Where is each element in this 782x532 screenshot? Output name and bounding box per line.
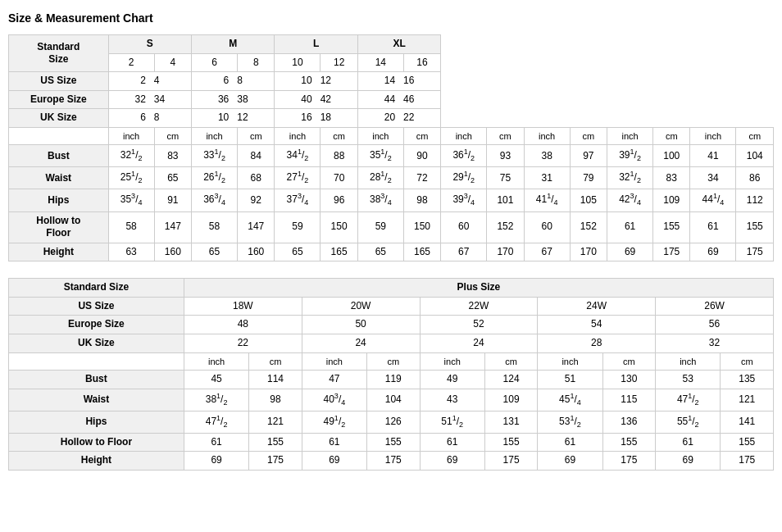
unit-inch-4: inch: [357, 127, 403, 144]
m-header: M: [192, 35, 275, 54]
s-header: S: [108, 35, 191, 54]
p-inch-5: inch: [656, 352, 721, 370]
plus-size-header: Plus Size: [184, 279, 773, 298]
europe-size-label-2: Europe Size: [9, 316, 184, 334]
unit-cm-7: cm: [653, 127, 690, 144]
uk-size-label: UK Size: [9, 109, 109, 128]
xl-val1: 14: [357, 53, 403, 72]
xl-val2: 16: [403, 53, 440, 72]
p-inch-4: inch: [538, 352, 602, 370]
p-inch-2: inch: [302, 352, 366, 370]
bust-label-2: Bust: [9, 370, 184, 389]
unit-cm-6: cm: [570, 127, 607, 144]
p-inch-3: inch: [420, 352, 484, 370]
unit-label-empty: [9, 127, 109, 144]
s-val1: 2: [108, 53, 154, 72]
unit-cm-3: cm: [321, 127, 357, 144]
unit-cm-1: cm: [154, 127, 191, 144]
unit-inch-7: inch: [607, 127, 653, 144]
l-val2: 12: [321, 53, 357, 72]
p-inch-1: inch: [184, 352, 248, 370]
hollow-to-floor-label-2: Hollow to Floor: [9, 433, 184, 452]
unit-cm-5: cm: [487, 127, 524, 144]
uk-size-label-2: UK Size: [9, 334, 184, 353]
size-chart-table-1: StandardSize S M L XL 2 4 6 8 10 12 14 1…: [8, 34, 774, 261]
p-cm-3: cm: [484, 352, 537, 370]
p-cm-2: cm: [367, 352, 420, 370]
europe-size-label: Europe Size: [9, 90, 109, 109]
unit-cm-4: cm: [403, 127, 440, 144]
standard-size-header-2: Standard Size: [9, 279, 184, 298]
p-cm-5: cm: [721, 352, 774, 370]
unit-cm-2: cm: [238, 127, 275, 144]
m-val2: 8: [238, 53, 275, 72]
p-cm-4: cm: [602, 352, 655, 370]
s-val2: 4: [154, 53, 191, 72]
us-size-label: US Size: [9, 72, 109, 91]
l-val1: 10: [275, 53, 321, 72]
unit-cm-8: cm: [736, 127, 774, 144]
p-cm-1: cm: [249, 352, 302, 370]
size-chart-table-2: Standard Size Plus Size US Size 18W 20W …: [8, 278, 774, 471]
m-val1: 6: [192, 53, 238, 72]
height-label-2: Height: [9, 452, 184, 471]
height-label: Height: [9, 243, 109, 261]
unit-inch-1: inch: [108, 127, 154, 144]
unit-inch-5: inch: [441, 127, 487, 144]
bust-label: Bust: [9, 145, 109, 167]
unit-inch-6: inch: [524, 127, 570, 144]
l-header: L: [275, 35, 357, 54]
unit-inch-8: inch: [690, 127, 736, 144]
hollow-to-floor-label: Hollow toFloor: [9, 211, 109, 243]
waist-label-2: Waist: [9, 389, 184, 411]
us-size-label-2: US Size: [9, 297, 184, 316]
hips-label: Hips: [9, 189, 109, 211]
unit-empty-2: [9, 352, 184, 370]
hips-label-2: Hips: [9, 411, 184, 433]
xl-header: XL: [357, 35, 440, 54]
unit-inch-2: inch: [192, 127, 238, 144]
unit-inch-3: inch: [275, 127, 321, 144]
waist-label: Waist: [9, 167, 109, 189]
standard-size-header: StandardSize: [9, 35, 109, 72]
page-title: Size & Measurement Chart: [8, 8, 774, 28]
